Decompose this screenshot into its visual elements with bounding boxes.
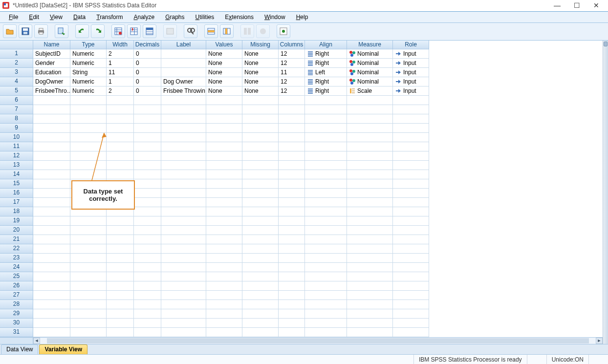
menu-data[interactable]: Data — [68, 13, 90, 21]
row-number[interactable]: 31 — [0, 328, 33, 337]
row-number[interactable]: 18 — [0, 207, 33, 216]
cell-name[interactable]: SubjectID — [33, 49, 70, 59]
cell-width[interactable]: 1 — [107, 77, 134, 86]
save-button[interactable] — [19, 24, 32, 38]
cell-type[interactable]: String — [70, 68, 107, 77]
cell-name[interactable]: Gender — [33, 59, 70, 68]
scroll-left-button[interactable]: ◄ — [33, 338, 40, 344]
cell-missing[interactable]: None — [242, 49, 279, 59]
menu-window[interactable]: Window — [260, 13, 290, 21]
cell-measure[interactable]: Scale — [347, 86, 393, 96]
cell-missing[interactable]: None — [242, 59, 279, 68]
cell-missing[interactable]: None — [242, 86, 279, 96]
cell-measure[interactable]: Nominal — [347, 68, 393, 77]
col-columns[interactable]: Columns — [279, 41, 305, 49]
cell-name[interactable]: DogOwner — [33, 77, 70, 86]
cell-name[interactable]: Education — [33, 68, 70, 77]
cell-width[interactable]: 1 — [107, 59, 134, 68]
table-row[interactable]: 4DogOwnerNumeric10Dog OwnerNoneNone12Rig… — [0, 77, 603, 86]
table-row-empty[interactable]: 12 — [0, 151, 603, 161]
table-row-empty[interactable]: 20 — [0, 226, 603, 235]
row-number[interactable]: 5 — [0, 86, 33, 96]
table-row-empty[interactable]: 22 — [0, 244, 603, 254]
cell-decimals[interactable]: 0 — [134, 59, 161, 68]
row-number[interactable]: 8 — [0, 114, 33, 124]
cell-columns[interactable]: 12 — [279, 77, 305, 86]
cell-type[interactable]: Numeric — [70, 59, 107, 68]
close-button[interactable]: ✕ — [586, 1, 606, 9]
print-button[interactable] — [34, 24, 48, 38]
cell-measure[interactable]: Nominal — [347, 59, 393, 68]
row-number[interactable]: 6 — [0, 96, 33, 105]
row-number[interactable]: 1 — [0, 49, 33, 59]
tab-data-view[interactable]: Data View — [1, 344, 38, 354]
table-row-empty[interactable]: 26 — [0, 281, 603, 291]
cell-values[interactable]: None — [206, 59, 242, 68]
cell-width[interactable]: 2 — [107, 49, 134, 59]
menu-view[interactable]: View — [45, 13, 67, 21]
row-number[interactable]: 9 — [0, 124, 33, 133]
cell-align[interactable]: Right — [305, 59, 347, 68]
cell-align[interactable]: Left — [305, 68, 347, 77]
vertical-scrollbar[interactable] — [603, 41, 608, 344]
row-number[interactable]: 23 — [0, 254, 33, 263]
cell-type[interactable]: Numeric — [70, 86, 107, 96]
menu-file[interactable]: File — [4, 13, 23, 21]
col-values[interactable]: Values — [206, 41, 242, 49]
table-row-empty[interactable]: 19 — [0, 216, 603, 226]
row-number[interactable]: 15 — [0, 179, 33, 189]
row-number[interactable]: 29 — [0, 309, 33, 319]
variables-button[interactable] — [143, 24, 156, 38]
menu-graphs[interactable]: Graphs — [160, 13, 189, 21]
col-decimals[interactable]: Decimals — [134, 41, 161, 49]
table-row-empty[interactable]: 30 — [0, 319, 603, 328]
cell-label[interactable] — [161, 49, 206, 59]
undo-button[interactable] — [75, 24, 89, 38]
cell-label[interactable] — [161, 59, 206, 68]
recall-dialog-button[interactable] — [55, 24, 68, 38]
scroll-right-button[interactable]: ► — [596, 338, 603, 344]
row-number[interactable]: 14 — [0, 170, 33, 179]
cell-columns[interactable]: 12 — [279, 59, 305, 68]
menu-help[interactable]: Help — [291, 13, 313, 21]
insert-cases-button[interactable] — [204, 24, 218, 38]
row-number[interactable]: 19 — [0, 216, 33, 226]
row-number[interactable]: 27 — [0, 291, 33, 300]
row-number[interactable]: 20 — [0, 226, 33, 235]
cell-values[interactable]: None — [206, 77, 242, 86]
col-align[interactable]: Align — [305, 41, 347, 49]
cell-columns[interactable]: 12 — [279, 49, 305, 59]
cell-width[interactable]: 2 — [107, 86, 134, 96]
cell-role[interactable]: Input — [393, 59, 429, 68]
row-number[interactable]: 13 — [0, 161, 33, 170]
col-name[interactable]: Name — [33, 41, 70, 49]
table-row-empty[interactable]: 11 — [0, 142, 603, 151]
cell-role[interactable]: Input — [393, 49, 429, 59]
horizontal-scrollbar[interactable]: ◄ ► — [0, 337, 603, 344]
row-number[interactable]: 3 — [0, 68, 33, 77]
col-type[interactable]: Type — [70, 41, 107, 49]
cell-role[interactable]: Input — [393, 86, 429, 96]
cell-type[interactable]: Numeric — [70, 77, 107, 86]
cell-role[interactable]: Input — [393, 77, 429, 86]
table-row-empty[interactable]: 24 — [0, 263, 603, 272]
menu-analyze[interactable]: Analyze — [129, 13, 159, 21]
row-number[interactable]: 30 — [0, 319, 33, 328]
goto-variable-button[interactable] — [127, 24, 141, 38]
row-number[interactable]: 26 — [0, 281, 33, 291]
table-row-empty[interactable]: 8 — [0, 114, 603, 124]
row-number[interactable]: 28 — [0, 300, 33, 309]
row-number[interactable]: 17 — [0, 198, 33, 207]
row-number[interactable]: 7 — [0, 105, 33, 114]
table-row[interactable]: 1SubjectIDNumeric20NoneNone12RightNomina… — [0, 49, 603, 59]
table-row-empty[interactable]: 28 — [0, 300, 603, 309]
cell-missing[interactable]: None — [242, 77, 279, 86]
select-cases-button[interactable] — [277, 24, 290, 38]
table-row[interactable]: 2GenderNumeric10NoneNone12RightNominalIn… — [0, 59, 603, 68]
row-number[interactable]: 21 — [0, 235, 33, 244]
table-row-empty[interactable]: 23 — [0, 254, 603, 263]
cell-columns[interactable]: 12 — [279, 86, 305, 96]
goto-case-button[interactable] — [111, 24, 125, 38]
table-row-empty[interactable]: 21 — [0, 235, 603, 244]
col-measure[interactable]: Measure — [347, 41, 393, 49]
